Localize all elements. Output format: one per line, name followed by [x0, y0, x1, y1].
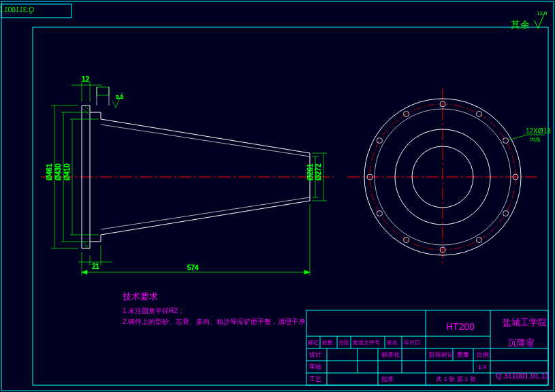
svg-text:工艺: 工艺: [309, 376, 321, 382]
svg-line-14: [101, 125, 310, 157]
svg-point-68: [377, 211, 382, 216]
svg-text:Ø461: Ø461: [46, 163, 53, 180]
svg-text:1.未注圆角半径R2；: 1.未注圆角半径R2；: [123, 307, 185, 314]
svg-text:Ø430: Ø430: [54, 163, 62, 180]
svg-line-19: [83, 109, 89, 114]
svg-text:沉降室: 沉降室: [508, 338, 535, 348]
svg-text:3.2: 3.2: [116, 94, 124, 100]
side-view: [41, 87, 334, 250]
svg-text:共 1 张 第 1 张: 共 1 张 第 1 张: [436, 376, 476, 382]
svg-text:批准: 批准: [381, 376, 394, 382]
svg-text:审核: 审核: [309, 363, 321, 370]
svg-text:分区: 分区: [338, 340, 349, 346]
svg-text:签名: 签名: [387, 340, 398, 346]
svg-text:574: 574: [187, 264, 199, 272]
svg-text:均布: 均布: [529, 137, 541, 143]
svg-text:Ø410: Ø410: [63, 163, 71, 180]
svg-point-73: [477, 111, 482, 116]
svg-text:1:4: 1:4: [478, 363, 487, 370]
svg-text:标记: 标记: [307, 340, 319, 346]
end-view: 12XØ13 均布: [347, 88, 551, 265]
svg-text:重量: 重量: [457, 351, 469, 358]
svg-text:12XØ13: 12XØ13: [526, 127, 551, 135]
svg-text:年月日: 年月日: [404, 340, 420, 346]
svg-text:阶段标记: 阶段标记: [429, 351, 454, 358]
outer-frame: [1, 1, 554, 391]
svg-line-75: [508, 135, 528, 140]
svg-text:盐城工学院: 盐城工学院: [503, 317, 547, 327]
svg-text:比例: 比例: [477, 351, 489, 358]
svg-line-12: [101, 201, 310, 235]
svg-text:更改文件号: 更改文件号: [353, 340, 380, 346]
svg-text:标准化: 标准化: [381, 351, 400, 358]
svg-line-15: [101, 197, 310, 229]
svg-text:12: 12: [82, 76, 90, 83]
svg-text:Ø272: Ø272: [315, 163, 322, 180]
svg-text:2.铸件上的型砂、芯骨、多肉、粘沙等应铲磨平整，清理干净。: 2.铸件上的型砂、芯骨、多肉、粘沙等应铲磨平整，清理干净。: [123, 318, 312, 325]
svg-text:Ø261: Ø261: [306, 163, 314, 180]
title-block: HT200 盐城工学院 沉降室 比例 重量 阶段标记 1:4 共 1 张 第 1…: [306, 310, 550, 385]
svg-line-21: [84, 105, 90, 111]
tech-requirements: 技术要求 1.未注圆角半径R2； 2.铸件上的型砂、芯骨、多肉、粘沙等应铲磨平整…: [122, 291, 312, 325]
svg-text:Q.311001.01.11: Q.311001.01.11: [496, 372, 550, 380]
svg-text:其余: 其余: [511, 19, 530, 30]
svg-rect-16: [97, 87, 109, 95]
svg-line-11: [101, 119, 310, 153]
corner-drawing-number: Q.311001.01.11: [0, 6, 34, 14]
svg-text:设计: 设计: [309, 351, 321, 358]
svg-text:HT200: HT200: [446, 321, 475, 332]
svg-text:处数: 处数: [322, 340, 333, 346]
svg-text:技术要求: 技术要求: [122, 291, 158, 301]
svg-text:21: 21: [92, 263, 100, 270]
svg-text:12.5: 12.5: [537, 10, 548, 16]
